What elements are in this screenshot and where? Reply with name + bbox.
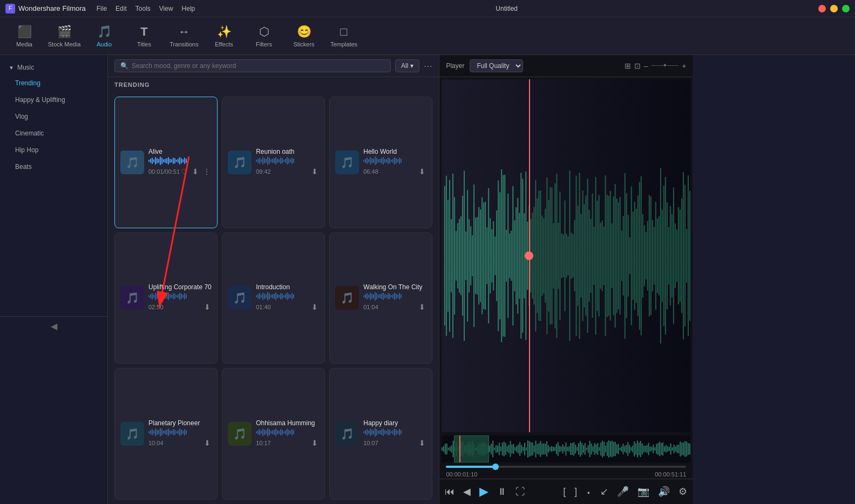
more-btn-alive[interactable]: ⋮ [202, 166, 212, 177]
tool-stock-media[interactable]: 🎬 Stock Media [45, 20, 83, 52]
audio-icon: 🎵 [97, 25, 112, 39]
svg-rect-112 [625, 173, 626, 338]
grid-view-btn[interactable]: ⊞ [625, 62, 631, 70]
download-btn-happy-diary[interactable]: ⬇ [418, 438, 426, 448]
safe-zone-btn[interactable]: ⊡ [634, 62, 641, 70]
svg-rect-233 [569, 446, 570, 452]
waveform-svg [442, 79, 690, 432]
prev-edit-btn[interactable]: ↙ [598, 483, 610, 500]
music-duration-planetary: 10:04 [148, 440, 164, 446]
minimize-btn[interactable] [830, 5, 838, 12]
menu-view[interactable]: View [159, 5, 173, 12]
svg-rect-189 [499, 442, 500, 455]
music-card-planetary[interactable]: 🎵 Planetary Pioneer 10:04 ⬇ [114, 368, 218, 500]
scrubber-bar[interactable] [446, 466, 686, 468]
tool-media[interactable]: ⬛ Media [5, 20, 43, 52]
mark-out-btn[interactable]: ] [572, 484, 579, 500]
pause-btn[interactable]: ⏸ [495, 484, 509, 500]
svg-rect-30 [492, 229, 493, 283]
tool-audio[interactable]: 🎵 Audio [85, 20, 123, 52]
music-card-alive[interactable]: 🎵 Alive 00:01/00:51 ♡ ⬇ ⋮ [114, 97, 218, 228]
sidebar-item-cinematic[interactable]: Cinematic [4, 125, 103, 141]
favorite-btn-alive[interactable]: ♡ [180, 166, 189, 177]
tool-transitions[interactable]: ↔ Transitions [165, 20, 203, 52]
tool-stickers[interactable]: 😊 Stickers [285, 20, 323, 52]
download-btn-hello[interactable]: ⬇ [418, 166, 426, 177]
sidebar-collapse-btn[interactable]: ◀ [51, 321, 57, 331]
svg-rect-261 [613, 442, 614, 457]
titles-label: Titles [137, 41, 151, 47]
svg-rect-96 [599, 195, 600, 316]
zoom-in-btn[interactable]: + [682, 62, 686, 70]
svg-rect-73 [561, 234, 562, 278]
music-title-alive: Alive [148, 148, 212, 155]
tool-templates[interactable]: □ Templates [325, 20, 363, 52]
music-thumb-hello: 🎵 [335, 151, 359, 174]
zoom-out-btn[interactable]: – [644, 62, 648, 70]
music-card-intro[interactable]: 🎵 Introduction 01:40 ⬇ [222, 233, 325, 364]
download-btn-reunion[interactable]: ⬇ [310, 166, 319, 177]
music-card-reunion[interactable]: 🎵 Reunion oath 09:42 ⬇ [222, 97, 325, 228]
svg-rect-149 [684, 185, 686, 327]
music-card-happy-diary[interactable]: 🎵 Happy diary 10:07 ⬇ [329, 368, 432, 500]
download-btn-uplifting[interactable]: ⬇ [203, 302, 212, 312]
tool-effects[interactable]: ✨ Effects [205, 20, 243, 52]
music-info-happy-diary: Happy diary 10:07 ⬇ [363, 419, 426, 448]
fullscreen-btn[interactable]: ⛶ [513, 484, 527, 500]
tool-filters[interactable]: ⬡ Filters [245, 20, 283, 52]
tool-titles[interactable]: T Titles [125, 20, 163, 52]
voice-btn[interactable]: 🎤 [615, 483, 631, 500]
download-btn-alive[interactable]: ⬇ [191, 166, 200, 177]
svg-rect-141 [671, 214, 673, 298]
svg-rect-122 [641, 176, 642, 336]
waveform-large [442, 79, 690, 432]
svg-rect-33 [497, 210, 498, 301]
sidebar-section-music[interactable]: ▼ Music [0, 60, 107, 74]
svg-rect-115 [629, 237, 630, 274]
search-input[interactable] [132, 62, 385, 70]
maximize-btn[interactable] [842, 5, 850, 12]
menu-tools[interactable]: Tools [135, 5, 151, 12]
filter-dropdown[interactable]: All ▾ [395, 59, 419, 72]
mini-playhead [459, 435, 460, 462]
sidebar-item-vlog[interactable]: Vlog [4, 108, 103, 125]
more-options-btn[interactable]: ⋯ [424, 61, 432, 71]
music-card-ohhisama[interactable]: 🎵 Ohhisama Humming 10:17 ⬇ [222, 368, 325, 500]
download-btn-planetary[interactable]: ⬇ [203, 438, 212, 448]
download-btn-ohhisama[interactable]: ⬇ [310, 438, 319, 448]
menu-help[interactable]: Help [182, 5, 195, 12]
quality-select[interactable]: Full Quality [470, 59, 523, 72]
svg-rect-46 [518, 198, 519, 314]
close-btn[interactable] [818, 5, 826, 12]
add-marker-btn[interactable]: ⬩ [583, 484, 594, 500]
music-info-reunion: Reunion oath 09:42 ⬇ [256, 148, 319, 177]
menu-file[interactable]: File [97, 5, 107, 12]
waveform-intro [256, 291, 319, 302]
svg-rect-14 [465, 231, 466, 280]
sidebar-item-trending[interactable]: Trending [4, 75, 103, 91]
settings-btn[interactable]: ⚙ [676, 483, 689, 500]
sidebar-item-hip-hop[interactable]: Hip Hop [4, 142, 103, 158]
skip-back-btn[interactable]: ⏮ [443, 484, 457, 500]
svg-rect-109 [620, 197, 621, 315]
music-card-walking[interactable]: 🎵 Walking On The City 01:04 ⬇ [329, 233, 432, 364]
mark-in-btn[interactable]: [ [561, 484, 568, 500]
sidebar-item-beats[interactable]: Beats [4, 159, 103, 175]
download-btn-intro[interactable]: ⬇ [310, 302, 319, 312]
music-thumb-ohhisama: 🎵 [228, 422, 252, 446]
download-btn-walking[interactable]: ⬇ [418, 302, 426, 312]
snapshot-btn[interactable]: 📷 [635, 483, 652, 500]
svg-rect-222 [551, 446, 552, 452]
sidebar-item-happy-uplifting[interactable]: Happy & Uplifting [4, 92, 103, 108]
svg-rect-209 [531, 442, 532, 455]
music-card-uplifting[interactable]: 🎵 Uplifting Corporate 70 02:50 ⬇ [114, 233, 218, 364]
svg-rect-8 [456, 231, 457, 281]
play-btn[interactable]: ▶ [477, 482, 491, 501]
svg-rect-241 [581, 443, 582, 455]
frame-back-btn[interactable]: ◀ [461, 483, 473, 500]
svg-rect-136 [663, 186, 664, 326]
svg-rect-147 [681, 199, 682, 313]
menu-edit[interactable]: Edit [116, 5, 127, 12]
music-card-hello[interactable]: 🎵 Hello World 06:48 ⬇ [329, 97, 432, 228]
volume-btn[interactable]: 🔊 [656, 483, 672, 500]
